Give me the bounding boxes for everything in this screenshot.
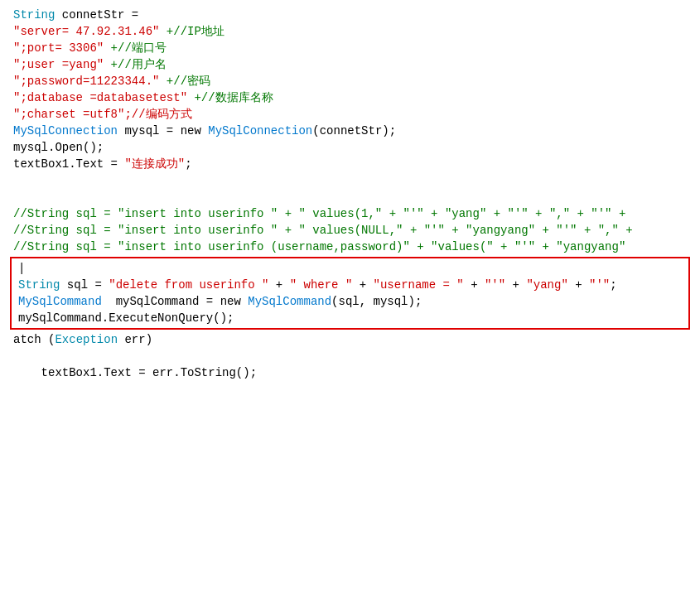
code-line-comment: //String sql = "insert into userinfo " +… [0, 222, 700, 239]
code-token: //String sql = "insert into userinfo (us… [13, 239, 633, 255]
cursor: | [18, 260, 25, 277]
code-token: //String sql = "insert into userinfo " +… [13, 205, 633, 222]
code-token: ; [610, 277, 616, 293]
code-token: mySqlCommand.ExecuteNonQuery(); [18, 310, 234, 326]
code-token: + [352, 277, 373, 293]
code-token: MySqlCommand [248, 293, 331, 310]
code-token: MySqlCommand [18, 293, 102, 310]
code-token: "username = " [374, 277, 464, 293]
code-token: textBox1.Text = [13, 156, 124, 172]
code-token: connetStr = [55, 7, 138, 23]
code-token: +//数据库名称 [187, 89, 273, 106]
cursor-line: | [15, 260, 685, 277]
code-line: ";user =yang" +//用户名 [0, 56, 700, 73]
code-token: + [568, 277, 589, 293]
code-line: ";charset =utf8";//编码方式 [0, 106, 700, 123]
code-line-execute: mySqlCommand.ExecuteNonQuery(); [15, 310, 685, 326]
code-line-delete: String sql = "delete from userinfo " + "… [15, 277, 685, 293]
code-line-empty [0, 189, 700, 205]
code-token: sql = [60, 277, 109, 293]
code-token: +//密码 [159, 73, 210, 89]
code-line: String connetStr = [0, 7, 700, 23]
code-token: + [505, 277, 526, 293]
code-token: "server= 47.92.31.46" [13, 23, 159, 40]
code-line-empty [0, 172, 700, 189]
code-token: //String sql = "insert into userinfo " +… [13, 222, 640, 239]
code-line: ";port= 3306" +//端口号 [0, 40, 700, 56]
code-token: +//IP地址 [159, 23, 224, 40]
code-line-catch: atch (Exception err) [0, 331, 700, 348]
code-token: ";database =databasetest" [13, 89, 187, 106]
code-token: mySqlCommand = new [102, 293, 248, 310]
code-line-empty [0, 348, 700, 364]
code-line: "server= 47.92.31.46" +//IP地址 [0, 23, 700, 40]
code-token: MySqlConnection [208, 123, 312, 139]
code-token: mysql.Open(); [13, 139, 104, 156]
code-line: mysql.Open(); [0, 139, 700, 156]
code-token: String [13, 7, 55, 23]
code-token: +//端口号 [104, 40, 167, 56]
code-token: ";password=11223344." [13, 73, 159, 89]
highlighted-code-block: | String sql = "delete from userinfo " +… [10, 257, 690, 330]
code-token: (sql, mysql); [331, 293, 422, 310]
code-token: + [464, 277, 485, 293]
code-line-comment: //String sql = "insert into userinfo (us… [0, 239, 700, 255]
code-token: ; [185, 156, 191, 172]
code-token: Exception [55, 331, 118, 348]
code-token: ";user =yang" [13, 56, 104, 73]
code-token: " where " [290, 277, 353, 293]
code-token: "连接成功" [124, 156, 185, 172]
code-token: String [18, 277, 60, 293]
code-editor[interactable]: String connetStr = "server= 47.92.31.46"… [0, 0, 700, 603]
code-line-comment: //String sql = "insert into userinfo " +… [0, 205, 700, 222]
code-token: "yang" [526, 277, 567, 293]
code-token: + [268, 277, 289, 293]
code-token: ";port= 3306" [13, 40, 104, 56]
code-token: "'" [485, 277, 505, 293]
code-line: ";password=11223344." +//密码 [0, 73, 700, 89]
code-line-command: MySqlCommand mySqlCommand = new MySqlCom… [15, 293, 685, 310]
code-line-tostring: textBox1.Text = err.ToString(); [0, 364, 700, 381]
code-token: mysql = new [118, 123, 208, 139]
code-token: err) [118, 331, 152, 348]
code-line: ";database =databasetest" +//数据库名称 [0, 89, 700, 106]
code-token: "delete from userinfo " [109, 277, 268, 293]
code-token: (connetStr); [312, 123, 396, 139]
code-token: atch ( [13, 331, 55, 348]
code-token: MySqlConnection [13, 123, 118, 139]
code-token: ";charset =utf8";//编码方式 [13, 106, 192, 123]
code-line: textBox1.Text = "连接成功"; [0, 156, 700, 172]
code-line: MySqlConnection mysql = new MySqlConnect… [0, 123, 700, 139]
code-token: textBox1.Text = err.ToString(); [13, 364, 257, 381]
code-token: "'" [589, 277, 610, 293]
code-token: +//用户名 [104, 56, 167, 73]
